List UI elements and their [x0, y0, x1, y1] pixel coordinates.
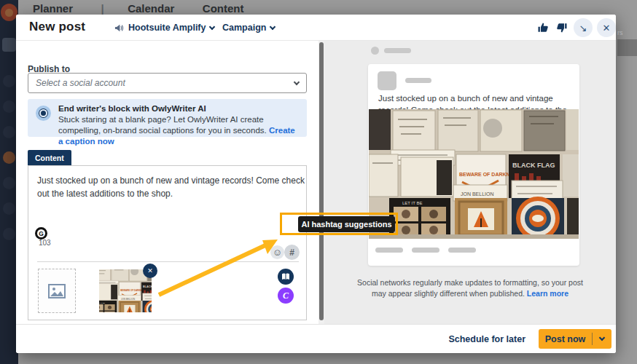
attached-media-thumbnail[interactable]: [99, 269, 152, 312]
owlywriter-banner: End writer's block with OwlyWriter AI St…: [28, 99, 307, 137]
owlywriter-title: End writer's block with OwlyWriter AI: [58, 104, 300, 113]
preview-skeleton-dot: [371, 47, 379, 55]
preview-action-placeholder-2: [412, 248, 439, 253]
social-account-select[interactable]: Select a social account: [28, 73, 307, 93]
ai-hashtag-tooltip: AI hashtag suggestions: [298, 216, 395, 232]
select-placeholder: Select a social account: [36, 78, 294, 88]
media-upload-dropzone[interactable]: [38, 269, 76, 313]
preview-post-image: [369, 109, 579, 239]
preview-skeleton-bar: [384, 48, 411, 53]
post-text: Just stocked up on a bunch of new and vi…: [37, 174, 305, 200]
owlywriter-icon: [36, 106, 51, 121]
smiley-icon: ☺: [273, 247, 282, 258]
image-placeholder-icon: [48, 284, 66, 298]
background-text-fragment: rs: [617, 29, 623, 36]
post-now-label: Post now: [539, 334, 592, 344]
close-icon: ✕: [603, 23, 611, 33]
hashtag-suggestions-button[interactable]: #: [284, 245, 300, 260]
scrollbar-track: [318, 41, 324, 324]
post-text-editor[interactable]: Just stocked up on a bunch of new and vi…: [28, 165, 307, 320]
preview-panel: Just stocked up on a bunch of new and vi…: [324, 41, 616, 324]
preview-avatar-placeholder: [378, 71, 396, 90]
preview-disclaimer: Social networks regularly make updates t…: [350, 277, 590, 299]
owlywriter-body-text: Stuck staring at a blank page? Let OwlyW…: [58, 115, 267, 135]
emoji-button[interactable]: ☺: [270, 245, 284, 259]
composer-panel: Publish to Select a social account End w…: [16, 41, 318, 324]
amplify-dropdown[interactable]: Hootsuite Amplify: [114, 23, 214, 33]
character-count: 103: [39, 239, 51, 247]
megaphone-icon: [114, 23, 124, 33]
canva-button[interactable]: C: [278, 288, 294, 304]
thumbs-down-icon[interactable]: [556, 23, 567, 33]
learn-more-link[interactable]: Learn more: [527, 289, 568, 298]
minimize-button[interactable]: ↘: [574, 18, 593, 37]
campaign-label: Campaign: [222, 23, 266, 33]
tab-content[interactable]: Content: [28, 150, 71, 165]
modal-title: New post: [29, 20, 85, 34]
media-library-button[interactable]: [278, 269, 294, 285]
close-button[interactable]: ✕: [597, 18, 616, 37]
amplify-label: Hootsuite Amplify: [128, 23, 206, 33]
thumbs-up-icon[interactable]: [538, 23, 549, 33]
post-preview-card: Just stocked up on a bunch of new and vi…: [368, 64, 579, 266]
hashtag-icon: #: [289, 248, 294, 258]
media-library-icon: [281, 273, 290, 280]
screen: Planner | Calendar Content rs New post: [0, 0, 637, 364]
chevron-down-icon: [294, 79, 300, 84]
toolbar-divider: [37, 261, 299, 262]
preview-action-placeholder-3: [448, 248, 476, 253]
new-post-modal: New post Hootsuite Amplify Campaign ↘: [16, 15, 616, 353]
post-now-button[interactable]: Post now: [539, 329, 611, 349]
chevron-down-icon: [209, 23, 215, 29]
close-icon: ✕: [147, 267, 153, 274]
canva-icon: C: [283, 290, 289, 301]
chevron-down-icon: [270, 23, 275, 29]
campaign-dropdown[interactable]: Campaign: [222, 23, 275, 33]
post-options-dropdown[interactable]: [593, 338, 611, 340]
owlywriter-body: Stuck staring at a blank page? Let OwlyW…: [58, 114, 300, 148]
minimize-arrow-icon: ↘: [579, 23, 587, 33]
preview-action-placeholder-1: [375, 248, 403, 253]
chevron-down-icon: [599, 335, 605, 341]
grammarly-icon[interactable]: G: [35, 227, 47, 240]
modal-footer: Schedule for later Post now: [16, 324, 616, 353]
preview-name-placeholder: [405, 78, 431, 83]
scrollbar-thumb[interactable]: [319, 42, 324, 320]
schedule-for-later-button[interactable]: Schedule for later: [448, 334, 525, 344]
modal-header: New post Hootsuite Amplify Campaign ↘: [16, 15, 616, 41]
remove-media-button[interactable]: ✕: [143, 264, 157, 278]
